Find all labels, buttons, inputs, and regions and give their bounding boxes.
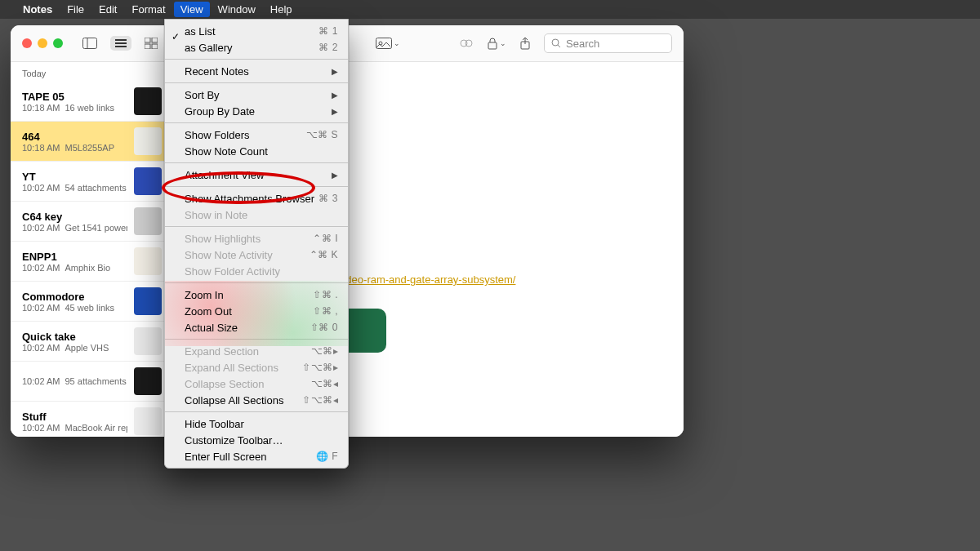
- media-icon[interactable]: ⌄: [376, 38, 400, 49]
- note-list-item[interactable]: TAPE 0510:18 AM16 web links: [11, 82, 170, 122]
- menu-item-label: Attachment View: [185, 169, 332, 181]
- note-thumbnail-icon: [134, 407, 162, 435]
- menu-item-label: Expand Section: [185, 345, 311, 358]
- svg-rect-9: [376, 38, 392, 49]
- menu-item-shortcut: ⌥⌘ S: [306, 129, 338, 140]
- menu-item-label: as Gallery: [185, 42, 318, 54]
- share-icon[interactable]: [519, 37, 531, 50]
- menu-item-label: Group By Date: [185, 105, 332, 118]
- svg-line-16: [558, 45, 560, 47]
- note-thumbnail-icon: [134, 287, 162, 315]
- system-menubar[interactable]: Notes File Edit Format View Window Help: [0, 0, 980, 19]
- note-thumbnail-icon: [134, 247, 162, 275]
- note-list-item[interactable]: 46410:18 AMM5L8255AP: [11, 122, 170, 162]
- menu-item-as-gallery[interactable]: as Gallery⌘ 2: [165, 39, 348, 56]
- menu-item-zoom-out[interactable]: Zoom Out⇧⌘ ,: [165, 303, 348, 319]
- search-placeholder: Search: [566, 38, 599, 50]
- menu-format[interactable]: Format: [131, 3, 165, 16]
- note-title: C64 key: [22, 211, 127, 223]
- menu-item-show-attachments-browser[interactable]: Show Attachments Browser⌘ 3: [165, 190, 348, 207]
- menu-item-label: Collapse Section: [185, 378, 311, 390]
- maximize-button[interactable]: [53, 38, 63, 48]
- menu-item-shortcut: ⌃⌘ I: [313, 233, 338, 244]
- menu-item-label: Customize Toolbar…: [185, 434, 338, 447]
- link-icon[interactable]: [459, 38, 474, 49]
- menu-item-zoom-in[interactable]: Zoom In⇧⌘ .: [165, 287, 348, 303]
- note-list-item[interactable]: 10:02 AM95 attachments: [11, 362, 170, 402]
- submenu-arrow-icon: ▶: [332, 171, 338, 180]
- note-subtitle: 10:18 AMM5L8255AP: [22, 143, 127, 153]
- note-title: ENPP1: [22, 251, 127, 263]
- menu-item-collapse-section: Collapse Section⌥⌘◂: [165, 375, 348, 392]
- menu-item-label: Show in Note: [185, 209, 338, 221]
- menu-item-actual-size[interactable]: Actual Size⇧⌘ 0: [165, 319, 348, 335]
- notes-list[interactable]: Today TAPE 0510:18 AM16 web links46410:1…: [11, 62, 171, 437]
- svg-rect-5: [145, 38, 150, 42]
- note-list-item[interactable]: ENPP110:02 AMAmphix Bio: [11, 242, 170, 282]
- menu-item-shortcut: ⇧⌥⌘◂: [302, 394, 338, 406]
- svg-rect-7: [145, 44, 150, 49]
- svg-point-15: [552, 39, 559, 46]
- lock-icon[interactable]: ⌄: [487, 37, 506, 50]
- sidebar-toggle-icon[interactable]: [82, 38, 97, 49]
- view-dropdown-menu[interactable]: as List⌘ 1as Gallery⌘ 2Recent Notes▶Sort…: [164, 19, 349, 469]
- traffic-lights: [22, 38, 63, 48]
- gallery-view-icon[interactable]: [145, 38, 158, 49]
- menu-item-customize-toolbar-[interactable]: Customize Toolbar…: [165, 432, 348, 448]
- menu-item-label: Actual Size: [185, 322, 310, 334]
- note-title: Commodore: [22, 291, 127, 303]
- note-list-item[interactable]: Commodore10:02 AM45 web links: [11, 282, 170, 322]
- menu-item-collapse-all-sections[interactable]: Collapse All Sections⇧⌥⌘◂: [165, 392, 348, 408]
- menu-item-shortcut: 🌐 F: [316, 451, 338, 462]
- close-button[interactable]: [22, 38, 32, 48]
- search-field[interactable]: Search: [544, 33, 672, 53]
- menu-item-show-highlights: Show Highlights⌃⌘ I: [165, 230, 348, 247]
- note-title: Quick take: [22, 331, 127, 343]
- note-list-item[interactable]: YT10:02 AM54 attachments: [11, 162, 170, 202]
- menu-item-label: Recent Notes: [185, 65, 332, 78]
- app-name[interactable]: Notes: [23, 3, 52, 16]
- note-subtitle: 10:02 AM45 web links: [22, 303, 127, 313]
- menu-item-shortcut: ⌘ 2: [318, 42, 338, 53]
- note-title: YT: [22, 171, 127, 183]
- submenu-arrow-icon: ▶: [332, 91, 338, 100]
- menu-item-label: Zoom In: [185, 289, 313, 301]
- menu-item-label: Expand All Sections: [185, 362, 302, 374]
- note-list-item[interactable]: Stuff10:02 AMMacBook Air repl…: [11, 402, 170, 437]
- menu-item-hide-toolbar[interactable]: Hide Toolbar: [165, 415, 348, 432]
- menu-edit[interactable]: Edit: [99, 3, 117, 16]
- menu-item-show-note-count[interactable]: Show Note Count: [165, 143, 348, 159]
- menu-file[interactable]: File: [67, 3, 84, 16]
- svg-rect-13: [488, 42, 497, 49]
- menu-item-label: Zoom Out: [185, 305, 313, 318]
- note-title: 464: [22, 131, 127, 143]
- menu-item-shortcut: ⌃⌘ K: [310, 249, 338, 260]
- menu-item-as-list[interactable]: as List⌘ 1: [165, 23, 348, 39]
- note-list-item[interactable]: Quick take10:02 AMApple VHS: [11, 322, 170, 362]
- menu-item-label: Collapse All Sections: [185, 394, 302, 407]
- menu-item-recent-notes[interactable]: Recent Notes▶: [165, 63, 348, 79]
- menu-item-expand-section: Expand Section⌥⌘▸: [165, 343, 348, 359]
- note-list-item[interactable]: C64 key10:02 AMGet 1541 power: [11, 202, 170, 242]
- menu-window[interactable]: Window: [218, 3, 256, 16]
- menu-item-label: Sort By: [185, 89, 332, 101]
- svg-rect-0: [83, 38, 97, 49]
- menu-view[interactable]: View: [174, 2, 210, 17]
- menu-item-attachment-view[interactable]: Attachment View▶: [165, 167, 348, 183]
- menu-item-shortcut: ⌘ 1: [318, 25, 338, 37]
- note-thumbnail-icon: [134, 367, 162, 395]
- menu-item-shortcut: ⇧⌘ 0: [310, 322, 338, 333]
- submenu-arrow-icon: ▶: [332, 107, 338, 116]
- menu-item-show-folders[interactable]: Show Folders⌥⌘ S: [165, 127, 348, 143]
- minimize-button[interactable]: [38, 38, 47, 48]
- menu-item-label: Enter Full Screen: [185, 451, 316, 463]
- menu-item-sort-by[interactable]: Sort By▶: [165, 87, 348, 103]
- note-thumbnail-icon: [134, 207, 162, 235]
- note-subtitle: 10:02 AM95 attachments: [22, 376, 127, 386]
- menu-item-enter-full-screen[interactable]: Enter Full Screen🌐 F: [165, 448, 348, 464]
- note-thumbnail-icon: [134, 87, 162, 115]
- menu-item-group-by-date[interactable]: Group By Date▶: [165, 103, 348, 119]
- note-subtitle: 10:02 AMMacBook Air repl…: [22, 423, 127, 433]
- list-view-icon[interactable]: [110, 36, 131, 51]
- menu-help[interactable]: Help: [270, 3, 292, 16]
